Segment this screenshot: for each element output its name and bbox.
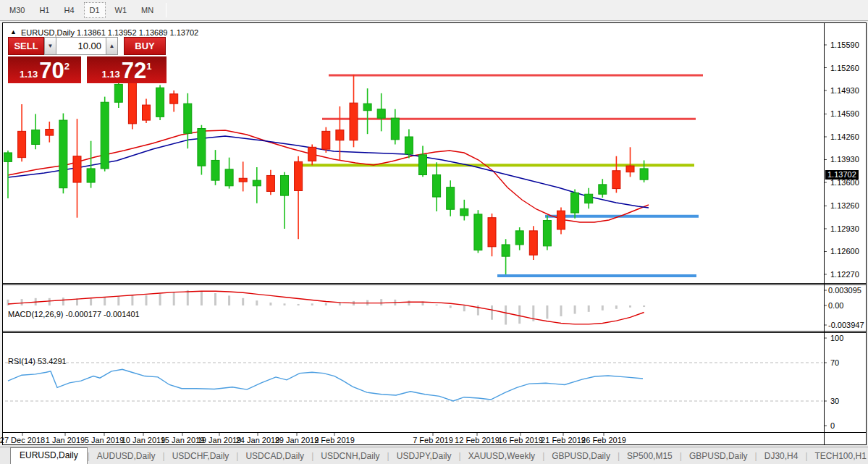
buy-price-quote[interactable]: 1.13 72 1 xyxy=(87,56,167,83)
buy-button[interactable]: BUY xyxy=(124,37,166,55)
rsi-date-separator xyxy=(3,432,866,433)
chart-window: ▲ EURUSD,Daily 1.13861 1.13952 1.13689 1… xyxy=(2,22,867,445)
timeframe-tab-m30[interactable]: M30 xyxy=(4,3,30,17)
chart-title: EURUSD,Daily 1.13861 1.13952 1.13689 1.1… xyxy=(21,28,198,37)
sell-button[interactable]: SELL xyxy=(8,37,44,55)
one-click-trade-panel: SELL ▼ ▲ BUY 1.13 70 2 1.13 72 1 xyxy=(8,37,168,83)
symbol-tab-usdjpy[interactable]: USDJPY,Daily xyxy=(389,449,459,464)
current-price-tag: 1.13702 xyxy=(825,170,859,180)
symbol-tab-xauusd[interactable]: XAUUSD,Weekly xyxy=(461,449,542,464)
price-axis-separator xyxy=(824,23,825,445)
symbol-tab-eurusd[interactable]: EURUSD,Daily xyxy=(10,447,88,464)
volume-increase-button[interactable]: ▲ xyxy=(106,37,118,55)
symbol-tab-tech100[interactable]: TECH100,H1 xyxy=(808,449,868,464)
sell-price-prefix: 1.13 xyxy=(20,69,38,80)
volume-decrease-button[interactable]: ▼ xyxy=(44,37,56,55)
timeframe-tab-h1[interactable]: H1 xyxy=(34,3,54,17)
symbol-tab-usdchf[interactable]: USDCHF,Daily xyxy=(165,449,237,464)
rsi-indicator-label: RSI(14) 53.4291 xyxy=(8,357,67,366)
timeframe-toolbar: M30H1H4D1W1MN xyxy=(0,0,868,21)
buy-price-pip: 1 xyxy=(146,61,151,72)
timeframe-tab-d1[interactable]: D1 xyxy=(84,2,106,18)
symbol-tab-usdcnh[interactable]: USDCNH,Daily xyxy=(313,449,387,464)
timeframe-tab-w1[interactable]: W1 xyxy=(110,3,132,17)
symbol-tab-sp500[interactable]: SP500,M15 xyxy=(620,449,680,464)
macd-indicator-label: MACD(12,26,9) -0.000177 -0.001401 xyxy=(8,310,140,319)
main-macd-separator[interactable] xyxy=(3,283,866,285)
trading-app-window: M30H1H4D1W1MN ▲ EURUSD,Daily 1.13861 1.1… xyxy=(0,0,868,464)
sell-price-quote[interactable]: 1.13 70 2 xyxy=(8,56,81,83)
symbol-tab-bar: EURUSD,Daily|AUDUSD,Daily|USDCHF,Daily|U… xyxy=(0,447,868,464)
timeframe-tab-mn[interactable]: MN xyxy=(136,3,159,17)
volume-input[interactable] xyxy=(56,37,106,55)
buy-price-prefix: 1.13 xyxy=(101,69,119,80)
symbol-tab-gbpusd[interactable]: GBPUSD,Daily xyxy=(682,449,755,464)
chart-title-arrow-icon: ▲ xyxy=(10,28,17,35)
symbol-tab-audusd[interactable]: AUDUSD,Daily xyxy=(90,449,163,464)
macd-rsi-separator[interactable] xyxy=(3,331,866,333)
timeframe-tab-h4[interactable]: H4 xyxy=(59,3,79,17)
symbol-tab-dj30[interactable]: DJ30,H4 xyxy=(757,449,806,464)
buy-price-main: 72 xyxy=(122,60,146,82)
toolbar-divider xyxy=(166,3,167,17)
candlestick-chart[interactable] xyxy=(3,23,866,445)
symbol-tab-usdcad[interactable]: USDCAD,Daily xyxy=(238,449,311,464)
sell-price-main: 70 xyxy=(39,60,64,82)
sell-price-pip: 2 xyxy=(64,61,69,72)
symbol-tab-gbpusd[interactable]: GBPUSD,Daily xyxy=(544,449,618,464)
